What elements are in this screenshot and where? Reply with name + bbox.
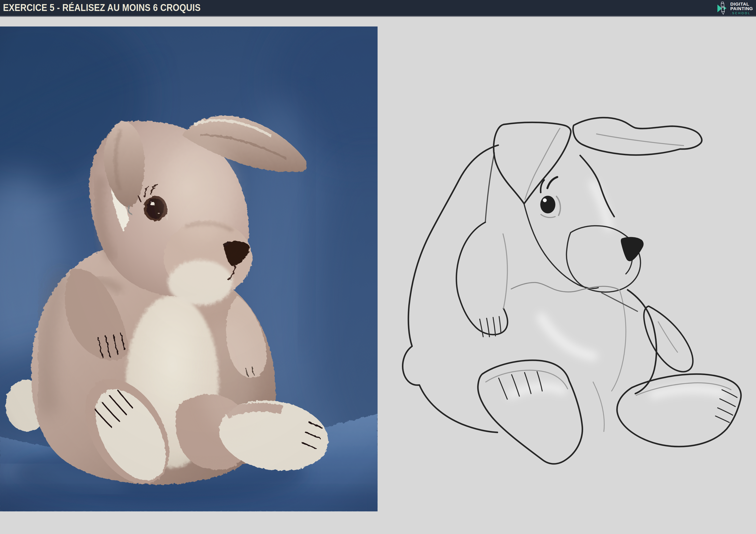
- reference-photo-panel: [0, 26, 378, 511]
- page-title: EXERCICE 5 - RÉALISEZ AU MOINS 6 CROQUIS: [3, 2, 201, 13]
- sketch-panel: [378, 16, 756, 534]
- sketch-body-outline: [403, 145, 498, 432]
- sketch-folded-ear: [494, 122, 571, 204]
- header-bar: EXERCICE 5 - RÉALISEZ AU MOINS 6 CROQUIS…: [0, 0, 756, 17]
- sketch-belly-line: [511, 283, 620, 292]
- sketch-left-foot: [478, 360, 582, 464]
- logo-line-2: PAINTING: [730, 6, 753, 11]
- logo-line-3: .SCHOOL: [730, 12, 753, 15]
- sketch-eye: [540, 177, 560, 217]
- logo-text: DIGITAL PAINTING .SCHOOL: [730, 2, 753, 15]
- sketch-left-arm: [456, 222, 507, 335]
- sketch-right-ear: [573, 117, 702, 155]
- sketch-bunny: [403, 117, 741, 464]
- logo: DIGITAL PAINTING .SCHOOL: [717, 1, 753, 15]
- pencil-logo-icon: [717, 1, 728, 15]
- logo-line-1: DIGITAL: [730, 2, 753, 6]
